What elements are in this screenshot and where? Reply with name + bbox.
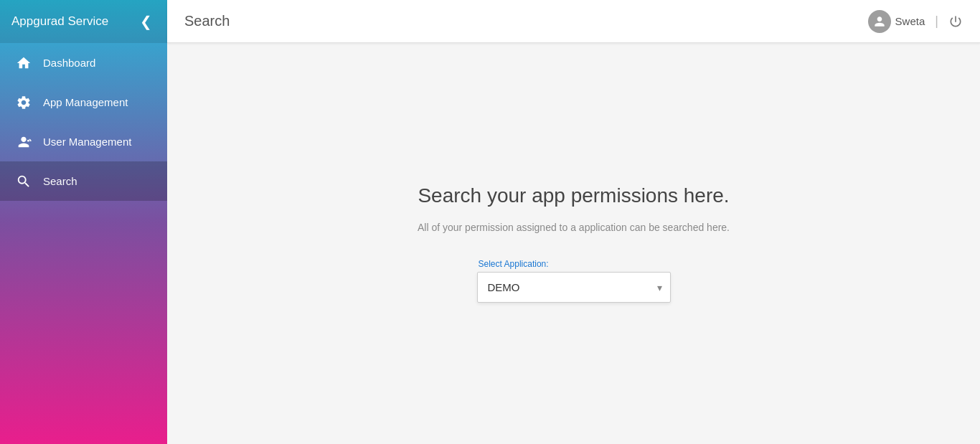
collapse-button[interactable]: ❮ (136, 11, 156, 32)
sidebar-title: Appgurad Service (11, 14, 108, 29)
svg-point-0 (27, 139, 29, 141)
app-management-icon (14, 93, 33, 112)
app-select[interactable]: DEMO (477, 272, 671, 303)
user-avatar-icon (868, 10, 891, 33)
content-area: Search your app permissions here. All of… (167, 43, 980, 444)
select-application-label: Select Application: (477, 259, 671, 269)
search-heading: Search your app permissions here. (418, 184, 729, 207)
search-description: All of your permission assigned to a app… (418, 222, 730, 233)
main-area: Search Sweta | Search your app permissio… (167, 0, 980, 444)
user-info: Sweta (868, 10, 925, 33)
sidebar-item-app-management-label: App Management (43, 96, 128, 108)
collapse-icon: ❮ (140, 13, 152, 30)
sidebar-item-user-management-label: User Management (43, 136, 131, 148)
sidebar-item-dashboard[interactable]: Dashboard (0, 43, 167, 82)
sidebar-item-search[interactable]: Search (0, 161, 167, 201)
user-management-icon (14, 133, 33, 151)
topbar-right: Sweta | (868, 10, 963, 33)
sidebar-item-dashboard-label: Dashboard (43, 57, 95, 69)
topbar-divider: | (935, 14, 938, 29)
sidebar: Appgurad Service ❮ Dashboard App Managem… (0, 0, 167, 444)
username-label: Sweta (895, 15, 925, 27)
search-icon (14, 172, 33, 191)
app-selector-wrapper: Select Application: DEMO (477, 259, 671, 303)
sidebar-item-search-label: Search (43, 175, 77, 187)
power-button[interactable] (948, 14, 963, 29)
topbar: Search Sweta | (167, 0, 980, 43)
home-icon (14, 54, 33, 72)
select-wrapper: DEMO (477, 272, 671, 303)
sidebar-item-user-management[interactable]: User Management (0, 122, 167, 161)
sidebar-header: Appgurad Service ❮ (0, 0, 167, 43)
page-title: Search (184, 13, 230, 29)
sidebar-item-app-management[interactable]: App Management (0, 82, 167, 122)
